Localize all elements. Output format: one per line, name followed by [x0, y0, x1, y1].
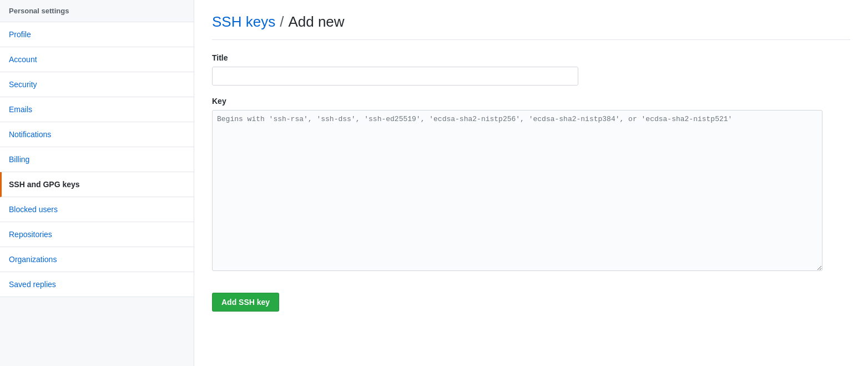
sidebar-item-repositories[interactable]: Repositories [0, 222, 194, 247]
sidebar-header: Personal settings [0, 0, 194, 22]
main-content: SSH keys / Add new Title Key Add SSH key [194, 0, 868, 366]
sidebar-item-account[interactable]: Account [0, 47, 194, 72]
key-textarea[interactable] [212, 110, 822, 271]
title-form-group: Title [212, 53, 850, 86]
sidebar-item-billing[interactable]: Billing [0, 147, 194, 172]
key-form-group: Key [212, 97, 850, 273]
title-label: Title [212, 53, 850, 62]
breadcrumb-current: Add new [288, 13, 344, 31]
sidebar: Personal settings ProfileAccountSecurity… [0, 0, 194, 366]
key-label: Key [212, 97, 850, 106]
sidebar-item-organizations[interactable]: Organizations [0, 247, 194, 272]
sidebar-item-saved-replies[interactable]: Saved replies [0, 272, 194, 297]
sidebar-item-security[interactable]: Security [0, 72, 194, 97]
page-header: SSH keys / Add new [212, 13, 850, 40]
sidebar-item-notifications[interactable]: Notifications [0, 122, 194, 147]
sidebar-item-emails[interactable]: Emails [0, 97, 194, 122]
sidebar-item-profile[interactable]: Profile [0, 22, 194, 47]
sidebar-item-ssh-gpg-keys[interactable]: SSH and GPG keys [0, 172, 194, 197]
sidebar-item-blocked-users[interactable]: Blocked users [0, 197, 194, 222]
title-input[interactable] [212, 67, 578, 86]
add-ssh-key-button[interactable]: Add SSH key [212, 293, 279, 312]
ssh-keys-breadcrumb-link[interactable]: SSH keys [212, 13, 275, 31]
breadcrumb-separator: / [280, 13, 284, 31]
